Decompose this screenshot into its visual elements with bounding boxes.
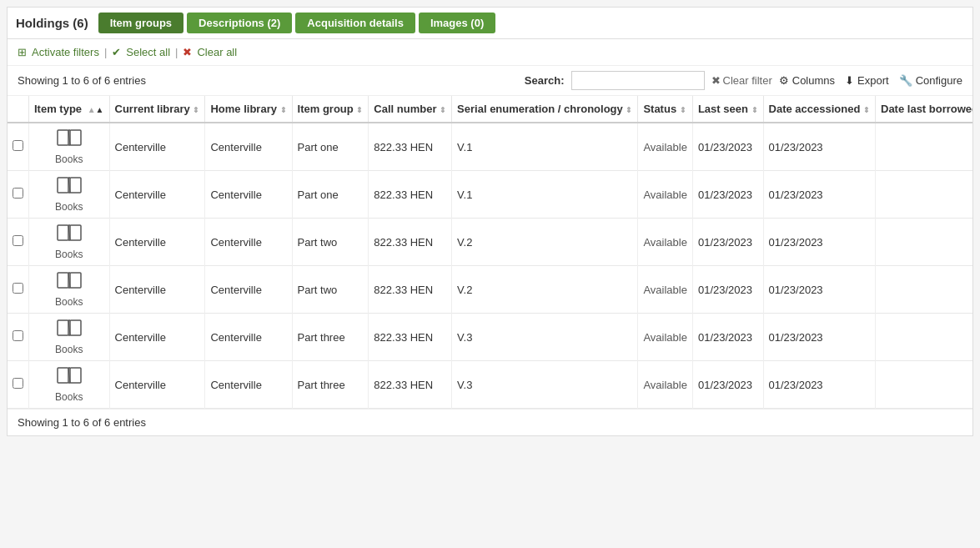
main-container: Holdings (6) Item groups Descriptions (2… — [7, 7, 973, 436]
activate-filters-link[interactable]: Activate filters — [32, 46, 99, 58]
clear-filter-x-icon: ✖ — [711, 74, 721, 87]
table-row: Books Centerville Centerville Part two 8… — [8, 219, 972, 266]
svg-rect-11 — [70, 225, 81, 240]
filter-bar: ⊞ Activate filters | ✔ Select all | ✖ Cl… — [8, 39, 972, 66]
select-all-link[interactable]: Select all — [126, 46, 170, 58]
row-checkbox[interactable] — [13, 188, 23, 199]
svg-rect-15 — [58, 273, 68, 288]
item-type-label: Books — [33, 296, 106, 308]
sort-icon-home-library: ⇕ — [280, 106, 287, 114]
svg-rect-25 — [58, 368, 68, 383]
header-home-library[interactable]: Home library ⇕ — [205, 96, 292, 123]
clear-all-link[interactable]: Clear all — [197, 46, 237, 58]
header-status[interactable]: Status ⇕ — [638, 96, 693, 123]
header-item-group[interactable]: Item group ⇕ — [292, 96, 369, 123]
header-date-accessioned[interactable]: Date accessioned ⇕ — [763, 96, 875, 123]
export-button[interactable]: ⬇ Export — [845, 74, 889, 87]
row-checkbox-cell — [8, 219, 29, 266]
holdings-table: Item type ▲ Current library ⇕ Home libra… — [8, 96, 972, 409]
configure-button[interactable]: 🔧 Configure — [899, 74, 962, 87]
header-last-seen[interactable]: Last seen ⇕ — [692, 96, 763, 123]
svg-rect-26 — [70, 368, 81, 383]
row-item-type: Books — [29, 219, 110, 266]
row-call-number: 822.33 HEN — [369, 219, 452, 266]
header-serial-enum[interactable]: Serial enumeration / chronology ⇕ — [452, 96, 638, 123]
search-bar: Showing 1 to 6 of 6 entries Search: ✖ Cl… — [8, 66, 972, 96]
row-checkbox[interactable] — [13, 330, 23, 341]
table-row: Books Centerville Centerville Part three… — [8, 314, 972, 361]
row-item-group: Part one — [292, 123, 369, 171]
svg-rect-16 — [70, 273, 81, 288]
row-item-type: Books — [29, 266, 110, 314]
select-all-label: Select all — [126, 46, 170, 58]
clear-all-icon: ✖ — [183, 46, 192, 58]
footer: Showing 1 to 6 of 6 entries — [8, 409, 972, 435]
row-home-library: Centerville — [205, 266, 292, 314]
row-date-accessioned: 01/23/2023 — [763, 123, 875, 171]
sort-icon-serial-enum: ⇕ — [626, 106, 632, 114]
tab-acquisition[interactable]: Acquisition details — [295, 13, 415, 33]
row-home-library: Centerville — [205, 314, 292, 361]
row-item-group: Part one — [292, 171, 369, 219]
row-item-group: Part three — [292, 361, 369, 409]
row-call-number: 822.33 HEN — [369, 266, 452, 314]
row-serial-enum: V.1 — [452, 123, 638, 171]
table-row: Books Centerville Centerville Part one 8… — [8, 171, 972, 219]
row-current-library: Centerville — [109, 314, 205, 361]
row-last-seen: 01/23/2023 — [692, 361, 763, 409]
row-checkbox[interactable] — [13, 378, 23, 389]
row-last-seen: 01/23/2023 — [692, 123, 763, 171]
row-checkbox-cell — [8, 123, 29, 171]
row-date-last-borrowed — [876, 361, 973, 409]
row-checkbox-cell — [8, 314, 29, 361]
row-serial-enum: V.1 — [452, 171, 638, 219]
row-current-library: Centerville — [109, 219, 205, 266]
header-current-library[interactable]: Current library ⇕ — [109, 96, 205, 123]
row-checkbox[interactable] — [13, 235, 23, 246]
table-row: Books Centerville Centerville Part two 8… — [8, 266, 972, 314]
columns-button[interactable]: ⚙ Columns — [779, 74, 835, 87]
header-call-number[interactable]: Call number ⇕ — [369, 96, 452, 123]
svg-rect-20 — [58, 320, 68, 335]
book-icon — [33, 319, 106, 342]
header-item-type[interactable]: Item type ▲ — [29, 96, 110, 123]
row-item-type: Books — [29, 314, 110, 361]
wrench-icon: 🔧 — [899, 74, 912, 87]
svg-rect-6 — [70, 178, 81, 193]
row-home-library: Centerville — [205, 361, 292, 409]
row-call-number: 822.33 HEN — [369, 171, 452, 219]
row-date-last-borrowed — [876, 171, 973, 219]
clear-filter-button[interactable]: ✖ Clear filter — [711, 74, 772, 87]
row-status: Available — [638, 219, 693, 266]
row-date-accessioned: 01/23/2023 — [763, 171, 875, 219]
showing-entries-bottom: Showing 1 to 6 of 6 entries — [18, 416, 146, 429]
sort-icon-status: ⇕ — [680, 106, 686, 114]
sort-icon-item-type: ▲ — [88, 105, 104, 114]
item-type-label: Books — [33, 201, 106, 213]
item-type-label: Books — [33, 391, 106, 403]
row-status: Available — [638, 314, 693, 361]
row-date-accessioned: 01/23/2023 — [763, 361, 875, 409]
select-all-icon: ✔ — [112, 46, 121, 58]
row-home-library: Centerville — [205, 171, 292, 219]
row-checkbox[interactable] — [13, 283, 23, 294]
tab-descriptions[interactable]: Descriptions (2) — [187, 13, 292, 33]
gear-icon: ⚙ — [779, 74, 789, 87]
tab-images[interactable]: Images (0) — [419, 13, 495, 33]
header-date-last-borrowed[interactable]: Date last borrowed ⇕ — [876, 96, 973, 123]
tab-item-groups[interactable]: Item groups — [98, 13, 183, 33]
row-current-library: Centerville — [109, 361, 205, 409]
sort-icon-current-library: ⇕ — [193, 106, 199, 114]
svg-rect-21 — [70, 320, 81, 335]
row-checkbox-cell — [8, 266, 29, 314]
right-actions: ⚙ Columns ⬇ Export 🔧 Configure — [779, 74, 962, 87]
row-date-accessioned: 01/23/2023 — [763, 219, 875, 266]
page-title: Holdings (6) — [16, 16, 88, 30]
row-status: Available — [638, 171, 693, 219]
header-checkbox-cell — [8, 96, 29, 123]
search-label: Search: — [525, 74, 565, 87]
search-input[interactable] — [571, 71, 705, 90]
row-serial-enum: V.3 — [452, 314, 638, 361]
row-checkbox[interactable] — [13, 140, 23, 151]
sort-icon-item-group: ⇕ — [356, 106, 363, 114]
